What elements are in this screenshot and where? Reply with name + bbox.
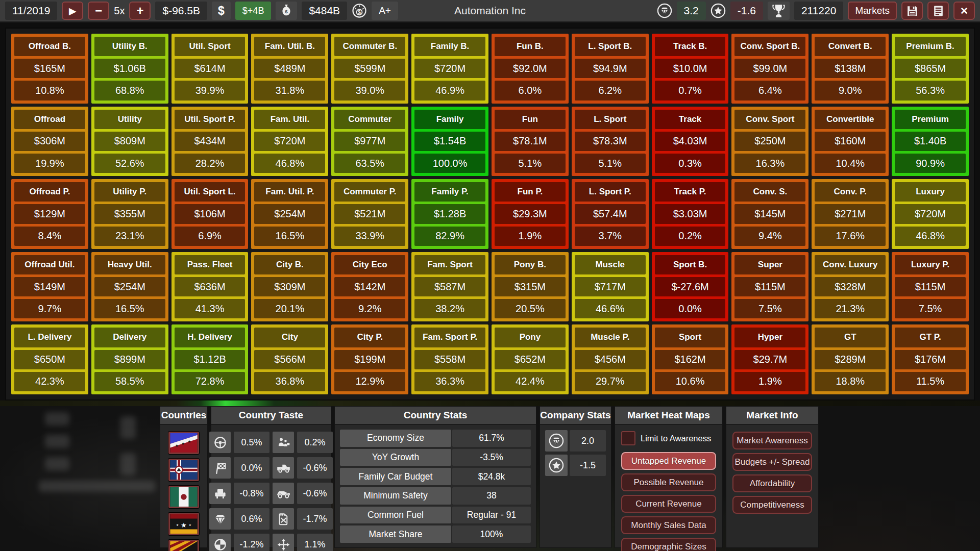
market-cell[interactable]: Fam. Sport$587M38.2% [411,252,488,322]
market-cell[interactable]: Offroad P.$129M8.4% [11,179,88,249]
taste-value: 1.1% [297,534,333,551]
market-cell[interactable]: Offroad B.$165M10.8% [11,34,88,104]
market-cell[interactable]: Fun$78.1M5.1% [492,107,569,177]
market-cell[interactable]: Family$1.54B100.0% [411,107,488,177]
country-flag-green-white[interactable] [168,486,199,508]
cell-title: Conv. P. [815,182,886,202]
market-cell[interactable]: Muscle$717M46.6% [572,252,649,322]
market-cell[interactable]: GT P.$176M11.5% [892,324,969,394]
country-flag-black-star[interactable]: ★★★ [168,513,199,535]
taste-value: 0.5% [234,432,270,453]
market-cell[interactable]: Pony$652M42.4% [492,324,569,394]
market-cell[interactable]: Sport B.$-27.6M0.0% [652,252,729,322]
heatmap-button-possible-revenue[interactable]: Possible Revenue [621,473,716,491]
country-stat-value: -3.5% [452,449,531,466]
country-flag-rays-star[interactable]: ★ [168,540,199,551]
limit-to-awareness-checkbox[interactable] [621,431,635,445]
cell-title: L. Sport [575,110,646,129]
reports-button[interactable] [927,2,949,20]
market-cell[interactable]: Utility P.$355M23.1% [91,179,168,249]
market-cell[interactable]: L. Sport B.$94.9M6.2% [572,34,649,104]
market-cell[interactable]: Util. Sport$614M39.9% [172,34,249,104]
market-cell[interactable]: City$566M36.8% [251,324,328,394]
market-cell[interactable]: Utility B.$1.06B68.8% [91,34,168,104]
market-cell[interactable]: Muscle P.$456M29.7% [572,324,649,394]
heatmap-button-demographic-sizes[interactable]: Demographic Sizes [621,538,716,551]
cell-pct: 42.3% [14,372,85,391]
market-cell[interactable]: Fam. Util.$720M46.8% [251,107,328,177]
market-cell[interactable]: Sport$162M10.6% [652,324,729,394]
cell-title: Utility B. [94,37,165,56]
market-cell[interactable]: Luxury P.$115M7.5% [892,252,969,322]
market-cell[interactable]: GT$289M18.8% [812,324,889,394]
market-cell[interactable]: Commuter$977M63.5% [331,107,408,177]
info-button-affordability[interactable]: Affordability [732,474,812,492]
offroad-vehicle-icon [273,483,294,504]
save-button[interactable] [901,2,923,20]
market-cell[interactable]: Premium B.$865M56.3% [892,34,969,104]
market-cell[interactable]: Conv. S.$145M9.4% [731,179,808,249]
market-cell[interactable]: Super$115M7.5% [731,252,808,322]
market-cell[interactable]: Fam. Sport P.$558M36.3% [411,324,488,394]
market-cell[interactable]: Convertible$160M10.4% [812,107,889,177]
market-cell[interactable]: Commuter P.$521M33.9% [331,179,408,249]
market-cell[interactable]: Util. Sport L.$106M6.9% [172,179,249,249]
market-cell[interactable]: Convert B.$138M9.0% [812,34,889,104]
market-cell[interactable]: Track$4.03M0.3% [652,107,729,177]
taste-value: 0.6% [234,508,270,530]
market-cell[interactable]: Family P.$1.28B82.9% [411,179,488,249]
market-cell[interactable]: Conv. P.$271M17.6% [812,179,889,249]
heatmap-button-untapped-revenue[interactable]: Untapped Revenue [621,452,716,470]
market-cell[interactable]: Offroad$306M19.9% [11,107,88,177]
country-flag-naval-cross[interactable] [168,459,199,481]
taste-value: -0.6% [297,457,333,479]
market-cell[interactable]: Offroad Util.$149M9.7% [11,252,88,322]
heatmap-button-current-revenue[interactable]: Current Revenue [621,495,716,513]
cell-title: Commuter P. [334,182,405,202]
market-cell[interactable]: Family B.$720M46.9% [411,34,488,104]
market-cell[interactable]: Hyper$29.7M1.9% [731,324,808,394]
market-cell[interactable]: Fam. Util. P.$254M16.5% [251,179,328,249]
cell-value: $587M [414,277,485,296]
play-button[interactable]: ▶ [62,2,83,20]
market-cell[interactable]: Heavy Util.$254M16.5% [91,252,168,322]
market-cell[interactable]: Pass. Fleet$636M41.3% [172,252,249,322]
market-cell[interactable]: Luxury$720M46.8% [892,179,969,249]
speed-increase-button[interactable]: + [129,2,151,20]
market-cell[interactable]: City P.$199M12.9% [331,324,408,394]
market-cell[interactable]: Pony B.$315M20.5% [492,252,569,322]
market-cell[interactable]: Conv. Luxury$328M21.3% [812,252,889,322]
market-cell[interactable]: Premium$1.40B90.9% [892,107,969,177]
close-button[interactable]: ✕ [953,2,975,20]
market-cell[interactable]: Fam. Util. B.$489M31.8% [251,34,328,104]
market-cell[interactable]: City B.$309M20.1% [251,252,328,322]
markets-button[interactable]: Markets [848,2,897,20]
country-flag-stars-band[interactable]: ★★★ [168,432,199,454]
market-cell[interactable]: Conv. Sport$250M16.3% [731,107,808,177]
country-stat-value: 38 [452,487,531,505]
market-cell[interactable]: Commuter B.$599M39.0% [331,34,408,104]
market-cell[interactable]: Track P.$3.03M0.2% [652,179,729,249]
cell-value: $809M [94,132,165,151]
market-cell[interactable]: Fun P.$29.3M1.9% [492,179,569,249]
speed-decrease-button[interactable]: − [88,2,109,20]
market-cell[interactable]: Util. Sport P.$434M28.2% [172,107,249,177]
market-cell[interactable]: L. Delivery$650M42.3% [11,324,88,394]
market-cell[interactable]: Conv. Sport B.$99.0M6.4% [731,34,808,104]
cell-value: $328M [815,277,886,296]
market-cell[interactable]: Utility$809M52.6% [91,107,168,177]
cell-pct: 6.4% [734,81,805,100]
market-cell[interactable]: L. Sport P.$57.4M3.7% [572,179,649,249]
limit-to-awareness-row[interactable]: Limit to Awareness [621,428,716,448]
info-button-competitiveness[interactable]: Competitiveness [732,496,812,514]
info-button-market-awareness[interactable]: Market Awareness [732,432,812,449]
market-cell[interactable]: L. Sport$78.3M5.1% [572,107,649,177]
info-button-budgets-spread[interactable]: Budgets +/- Spread [732,453,812,471]
market-cell[interactable]: Fun B.$92.0M6.0% [492,34,569,104]
market-cell[interactable]: Track B.$10.0M0.7% [652,34,729,104]
market-cell[interactable]: H. Delivery$1.12B72.8% [172,324,249,394]
market-cell[interactable]: Delivery$899M58.5% [91,324,168,394]
cell-title: Conv. Sport [734,110,805,129]
heatmap-button-monthly-sales-data[interactable]: Monthly Sales Data [621,516,716,534]
market-cell[interactable]: City Eco$142M9.2% [331,252,408,322]
